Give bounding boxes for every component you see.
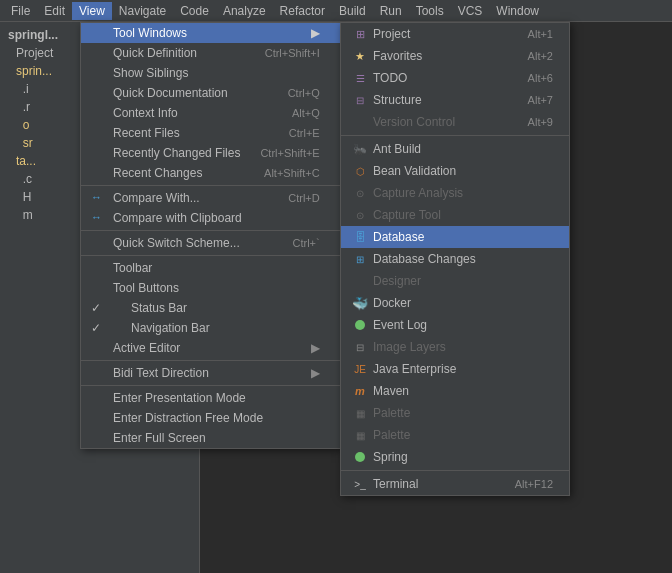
menu-analyze[interactable]: Analyze xyxy=(216,2,273,20)
menu-window[interactable]: Window xyxy=(489,2,546,20)
submenu-terminal[interactable]: >_ Terminal Alt+F12 xyxy=(341,473,569,495)
menu-item-full-screen[interactable]: Enter Full Screen xyxy=(81,428,340,448)
menu-item-status-bar[interactable]: ✓ Status Bar xyxy=(81,298,340,318)
structure-icon: ⊟ xyxy=(351,92,369,108)
menu-item-bidi[interactable]: Bidi Text Direction ▶ xyxy=(81,363,340,383)
submenu-palette-1[interactable]: ▦ Palette xyxy=(341,402,569,424)
show-siblings-icon xyxy=(91,66,109,80)
todo-icon: ☰ xyxy=(351,70,369,86)
status-bar-icon xyxy=(109,301,127,315)
menu-refactor[interactable]: Refactor xyxy=(273,2,332,20)
submenu-version-control[interactable]: Version Control Alt+9 xyxy=(341,111,569,133)
toolbar-icon xyxy=(91,261,109,275)
menubar: File Edit View Navigate Code Analyze Ref… xyxy=(0,0,672,22)
submenu-todo[interactable]: ☰ TODO Alt+6 xyxy=(341,67,569,89)
menu-item-nav-bar[interactable]: ✓ Navigation Bar xyxy=(81,318,340,338)
capture-analysis-icon: ⊙ xyxy=(351,185,369,201)
menu-file[interactable]: File xyxy=(4,2,37,20)
submenu-structure[interactable]: ⊟ Structure Alt+7 xyxy=(341,89,569,111)
submenu-spring[interactable]: Spring xyxy=(341,446,569,468)
menu-item-quick-doc[interactable]: Quick Documentation Ctrl+Q xyxy=(81,83,340,103)
event-log-icon xyxy=(351,317,369,333)
compare-clipboard-icon: ↔ xyxy=(91,211,109,225)
submenu-java-enterprise[interactable]: JE Java Enterprise xyxy=(341,358,569,380)
menu-item-show-siblings[interactable]: Show Siblings xyxy=(81,63,340,83)
project-icon: ⊞ xyxy=(351,26,369,42)
tool-buttons-icon xyxy=(91,281,109,295)
submenu-database-changes[interactable]: ⊞ Database Changes xyxy=(341,248,569,270)
menu-item-recently-changed[interactable]: Recently Changed Files Ctrl+Shift+E xyxy=(81,143,340,163)
docker-icon: 🐳 xyxy=(351,295,369,311)
menu-item-toolbar[interactable]: Toolbar xyxy=(81,258,340,278)
separator xyxy=(341,135,569,136)
submenu-palette-2[interactable]: ▦ Palette xyxy=(341,424,569,446)
checkmark-icon: ✓ xyxy=(91,321,105,335)
menu-build[interactable]: Build xyxy=(332,2,373,20)
menu-item-tool-buttons[interactable]: Tool Buttons xyxy=(81,278,340,298)
menu-navigate[interactable]: Navigate xyxy=(112,2,173,20)
image-layers-icon: ⊟ xyxy=(351,339,369,355)
menu-code[interactable]: Code xyxy=(173,2,216,20)
quick-switch-icon xyxy=(91,236,109,250)
menu-item-quick-switch[interactable]: Quick Switch Scheme... Ctrl+` xyxy=(81,233,340,253)
arrow-icon: ▶ xyxy=(301,26,320,40)
spring-icon xyxy=(351,449,369,465)
menu-item-quick-definition[interactable]: Quick Definition Ctrl+Shift+I xyxy=(81,43,340,63)
presentation-icon xyxy=(91,391,109,405)
recent-changes-icon xyxy=(91,166,109,180)
java-enterprise-icon: JE xyxy=(351,361,369,377)
menu-item-recent-changes[interactable]: Recent Changes Alt+Shift+C xyxy=(81,163,340,183)
submenu-capture-tool[interactable]: ⊙ Capture Tool xyxy=(341,204,569,226)
submenu-maven[interactable]: m Maven xyxy=(341,380,569,402)
recent-files-icon xyxy=(91,126,109,140)
submenu-database[interactable]: 🗄 Database xyxy=(341,226,569,248)
menu-item-context-info[interactable]: Context Info Alt+Q xyxy=(81,103,340,123)
ant-icon: 🐜 xyxy=(351,141,369,157)
distraction-free-icon xyxy=(91,411,109,425)
submenu-favorites[interactable]: ★ Favorites Alt+2 xyxy=(341,45,569,67)
menu-item-recent-files[interactable]: Recent Files Ctrl+E xyxy=(81,123,340,143)
quick-doc-icon xyxy=(91,86,109,100)
database-icon: 🗄 xyxy=(351,229,369,245)
menu-item-distraction-free[interactable]: Enter Distraction Free Mode xyxy=(81,408,340,428)
recently-changed-icon xyxy=(91,146,109,160)
version-control-icon xyxy=(351,114,369,130)
submenu-capture-analysis[interactable]: ⊙ Capture Analysis xyxy=(341,182,569,204)
menu-run[interactable]: Run xyxy=(373,2,409,20)
database-changes-icon: ⊞ xyxy=(351,251,369,267)
separator xyxy=(341,470,569,471)
menu-item-presentation[interactable]: Enter Presentation Mode xyxy=(81,388,340,408)
separator xyxy=(81,185,340,186)
submenu-designer[interactable]: Designer xyxy=(341,270,569,292)
submenu-image-layers[interactable]: ⊟ Image Layers xyxy=(341,336,569,358)
palette2-icon: ▦ xyxy=(351,427,369,443)
menu-item-compare-clipboard[interactable]: ↔ Compare with Clipboard xyxy=(81,208,340,228)
capture-tool-icon: ⊙ xyxy=(351,207,369,223)
submenu-project[interactable]: ⊞ Project Alt+1 xyxy=(341,23,569,45)
view-dropdown: Tool Windows ▶ Quick Definition Ctrl+Shi… xyxy=(80,22,341,449)
menu-item-compare-with[interactable]: ↔ Compare With... Ctrl+D xyxy=(81,188,340,208)
designer-icon xyxy=(351,273,369,289)
menu-vcs[interactable]: VCS xyxy=(451,2,490,20)
active-editor-icon xyxy=(91,341,109,355)
checkmark-icon: ✓ xyxy=(91,301,105,315)
compare-icon: ↔ xyxy=(91,191,109,205)
terminal-icon: >_ xyxy=(351,476,369,492)
maven-icon: m xyxy=(351,383,369,399)
menu-edit[interactable]: Edit xyxy=(37,2,72,20)
arrow-icon: ▶ xyxy=(301,341,320,355)
menu-view[interactable]: View xyxy=(72,2,112,20)
menu-tools[interactable]: Tools xyxy=(409,2,451,20)
submenu-bean-validation[interactable]: ⬡ Bean Validation xyxy=(341,160,569,182)
submenu-docker[interactable]: 🐳 Docker xyxy=(341,292,569,314)
separator xyxy=(81,255,340,256)
palette-icon: ▦ xyxy=(351,405,369,421)
submenu-event-log[interactable]: Event Log xyxy=(341,314,569,336)
menu-item-tool-windows[interactable]: Tool Windows ▶ xyxy=(81,23,340,43)
submenu-ant-build[interactable]: 🐜 Ant Build xyxy=(341,138,569,160)
full-screen-icon xyxy=(91,431,109,445)
tool-windows-icon xyxy=(91,26,109,40)
menu-item-active-editor[interactable]: Active Editor ▶ xyxy=(81,338,340,358)
context-info-icon xyxy=(91,106,109,120)
separator xyxy=(81,230,340,231)
